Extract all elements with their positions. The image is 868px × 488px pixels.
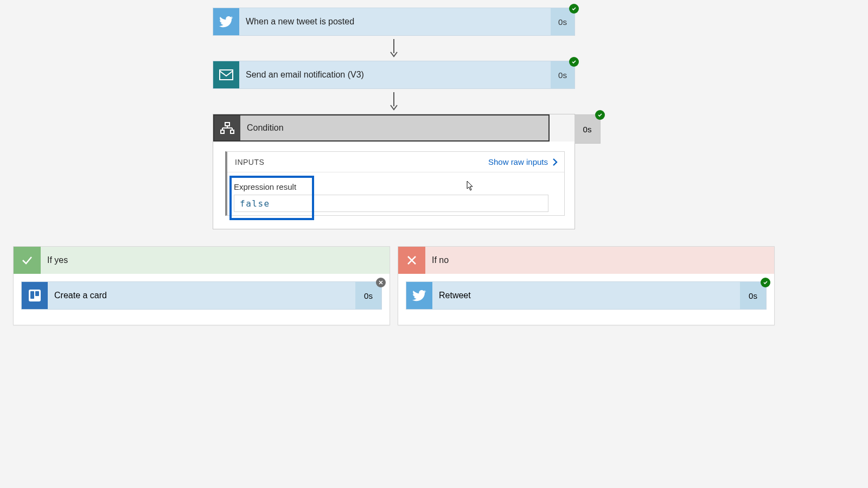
mail-icon: [213, 61, 239, 88]
twitter-icon: [406, 282, 432, 309]
show-raw-inputs-link[interactable]: Show raw inputs: [488, 157, 558, 166]
if-no-header[interactable]: If no: [398, 247, 774, 274]
retweet-action-label: Retweet: [432, 282, 740, 309]
show-raw-label: Show raw inputs: [488, 157, 548, 166]
trigger-card-twitter[interactable]: When a new tweet is posted 0s: [213, 8, 575, 36]
if-no-label: If no: [425, 255, 449, 265]
expression-result-label: Expression result: [234, 182, 558, 191]
svg-rect-1: [220, 70, 233, 80]
inputs-panel: INPUTS Show raw inputs Expression result…: [225, 151, 565, 216]
success-badge-icon: [569, 4, 579, 14]
svg-rect-9: [231, 130, 234, 133]
action-card-email[interactable]: Send an email notification (V3) 0s: [213, 61, 575, 89]
trello-action-label: Create a card: [48, 282, 355, 309]
check-icon: [14, 247, 41, 274]
condition-card[interactable]: Condition 0s INPUTS Show raw inputs Expr…: [213, 114, 575, 229]
flow-arrow-icon: [213, 89, 575, 114]
trello-icon: [22, 282, 48, 309]
action-email-label: Send an email notification (V3): [239, 61, 551, 88]
condition-body: INPUTS Show raw inputs Expression result…: [213, 142, 575, 229]
expression-result-value: false: [240, 198, 270, 209]
condition-label: Condition: [240, 115, 548, 140]
svg-rect-3: [225, 123, 229, 126]
inputs-content: Expression result false: [227, 172, 564, 215]
success-badge-icon: [595, 110, 605, 120]
action-card-retweet[interactable]: Retweet 0s: [406, 281, 767, 310]
svg-rect-8: [221, 130, 224, 133]
svg-rect-11: [30, 291, 34, 299]
svg-rect-12: [35, 291, 39, 296]
inputs-title: INPUTS: [235, 158, 264, 166]
trigger-label: When a new tweet is posted: [239, 8, 551, 35]
if-no-branch: If no Retweet 0s: [398, 246, 775, 325]
x-icon: [398, 247, 425, 274]
condition-icon: [214, 115, 240, 140]
chevron-right-icon: [552, 158, 558, 166]
if-yes-header[interactable]: If yes: [14, 247, 390, 274]
skipped-badge-icon: [376, 278, 386, 287]
twitter-icon: [213, 8, 239, 35]
flow-arrow-icon: [213, 36, 575, 61]
success-badge-icon: [569, 57, 579, 67]
condition-header[interactable]: Condition: [213, 114, 550, 142]
if-yes-label: If yes: [41, 255, 68, 265]
action-card-trello[interactable]: Create a card 0s: [21, 281, 382, 310]
if-yes-branch: If yes Create a card 0s: [13, 246, 390, 325]
success-badge-icon: [761, 278, 770, 287]
